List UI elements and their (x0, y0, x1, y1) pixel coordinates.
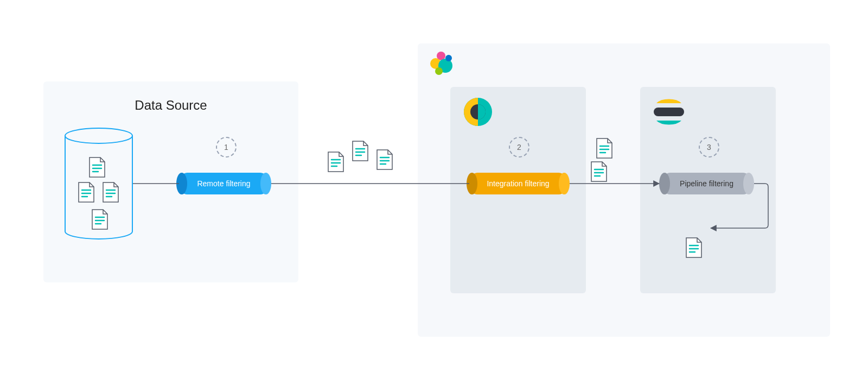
step-num-2: 2 (517, 143, 521, 152)
step-badge-3: 3 (699, 137, 719, 158)
step-num-1: 1 (224, 143, 228, 152)
pipe-integration-filtering: Integration filtering (469, 173, 567, 194)
step-num-3: 3 (707, 143, 711, 152)
pipe-pipeline-label: Pipeline filtering (680, 179, 733, 188)
doc-icon (377, 150, 392, 169)
pipe-remote-label: Remote filtering (197, 179, 250, 188)
pipe-remote-filtering: Remote filtering (179, 173, 269, 194)
step-badge-1: 1 (216, 137, 237, 158)
doc-icon (353, 141, 368, 161)
pipe-integration-label: Integration filtering (487, 179, 549, 188)
doc-icon (328, 152, 343, 172)
step-badge-2: 2 (509, 137, 529, 158)
diagram-stage: Data Source Remote filtering Integration… (0, 0, 868, 378)
data-source-title: Data Source (43, 98, 298, 113)
pipe-pipeline-filtering: Pipeline filtering (662, 173, 751, 194)
